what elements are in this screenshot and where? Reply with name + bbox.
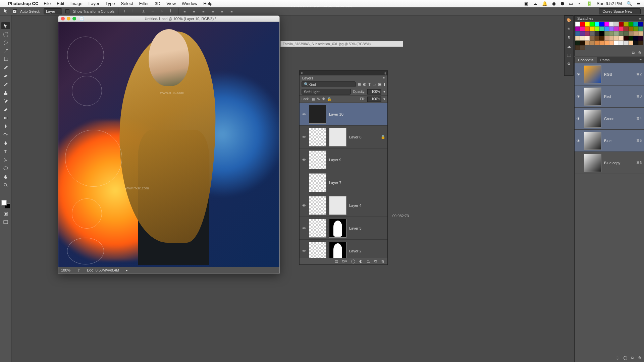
channel-thumbnail[interactable] xyxy=(584,110,601,128)
opacity-input[interactable] xyxy=(367,89,381,95)
auto-select-checkbox[interactable]: ✓ xyxy=(13,9,17,13)
screenmode-tool[interactable] xyxy=(1,219,10,226)
swatch[interactable] xyxy=(604,22,609,26)
swatch[interactable] xyxy=(619,26,624,31)
menu-help[interactable]: Help xyxy=(203,1,212,6)
distribute-3-icon[interactable]: ≡ xyxy=(201,8,207,14)
channel-thumbnail[interactable] xyxy=(584,87,601,106)
menu-edit[interactable]: Edit xyxy=(57,1,64,6)
crop-tool[interactable] xyxy=(1,56,10,63)
swatch[interactable] xyxy=(575,22,580,26)
zoom-tool[interactable] xyxy=(1,181,10,188)
swatch[interactable] xyxy=(590,31,594,36)
swatch[interactable] xyxy=(575,36,580,41)
path-select-tool[interactable] xyxy=(1,156,10,163)
dropbox-icon[interactable]: ⬢ xyxy=(560,1,564,6)
swatch[interactable] xyxy=(609,31,614,36)
swatch[interactable] xyxy=(585,31,590,36)
swatch[interactable] xyxy=(614,36,619,41)
menu-type[interactable]: Type xyxy=(105,1,115,6)
align-right-icon[interactable]: ⊢ xyxy=(169,8,175,14)
channel-row[interactable]: Blue copy ⌘6 xyxy=(575,152,644,174)
swatch[interactable] xyxy=(624,41,628,45)
display-icon[interactable]: ▭ xyxy=(569,1,573,6)
link-layers-icon[interactable]: ⛓ xyxy=(334,259,338,263)
layer-row[interactable]: 👁 Layer 3 xyxy=(300,217,387,240)
hamburger-icon[interactable]: ☰ xyxy=(637,1,641,6)
layer-name[interactable]: Layer 10 xyxy=(329,112,343,116)
edit-toolbar[interactable]: ⋯ xyxy=(1,190,10,197)
blend-mode-dropdown[interactable]: Soft Light xyxy=(302,89,351,95)
filter-toggle-icon[interactable]: ▮ xyxy=(383,82,385,86)
fill-input[interactable] xyxy=(367,97,381,102)
camtasia-icon[interactable]: ▣ xyxy=(524,1,528,6)
swatch[interactable] xyxy=(575,26,580,31)
panel-menu-icon[interactable]: ≡ xyxy=(383,76,385,80)
swatch[interactable] xyxy=(614,31,619,36)
visibility-icon[interactable]: 👁 xyxy=(302,158,306,162)
visibility-icon[interactable]: 👁 xyxy=(577,117,581,121)
dock-adjust-icon[interactable]: ☀ xyxy=(565,24,573,33)
swatch[interactable] xyxy=(575,31,580,36)
dock-libraries-icon[interactable]: ☁ xyxy=(565,42,573,51)
swatch[interactable] xyxy=(638,36,643,41)
align-top-icon[interactable]: ⊤ xyxy=(122,8,128,14)
pen-tool[interactable] xyxy=(1,139,10,146)
swatch[interactable] xyxy=(609,26,614,31)
layer-list[interactable]: 👁 Layer 10 👁 Layer 8 🔒👁 Layer 9 Layer 7 … xyxy=(300,103,387,258)
swatch[interactable] xyxy=(580,41,585,45)
wand-tool[interactable] xyxy=(1,47,10,54)
panel-collapse-icon[interactable]: ⟩⟩ xyxy=(383,71,386,75)
document-titlebar[interactable]: 📄 Untitled-1.psd @ 100% (Layer 10, RGB/8… xyxy=(58,16,279,22)
group-icon[interactable]: 🗀 xyxy=(367,259,370,263)
swatch[interactable] xyxy=(624,36,628,41)
swatch[interactable] xyxy=(590,22,594,26)
visibility-icon[interactable]: 👁 xyxy=(302,135,306,139)
shape-tool[interactable] xyxy=(1,165,10,172)
swatch[interactable] xyxy=(590,36,594,41)
channel-row[interactable]: 👁 RGB ⌘2 xyxy=(575,63,644,85)
opacity-scrub-icon[interactable]: ▾ xyxy=(383,89,385,94)
layer-name[interactable]: Layer 2 xyxy=(349,249,362,253)
blur-tool[interactable] xyxy=(1,123,10,130)
cc-icon[interactable]: ◉ xyxy=(552,1,556,6)
distribute-4-icon[interactable]: ≡ xyxy=(210,8,216,14)
fx-icon[interactable]: fx▾ xyxy=(342,259,347,263)
layer-thumbnail[interactable] xyxy=(309,173,326,192)
app-name[interactable]: Photoshop CC xyxy=(8,1,38,6)
visibility-icon[interactable]: 👁 xyxy=(577,95,581,99)
marquee-tool[interactable] xyxy=(1,31,10,38)
swatch[interactable] xyxy=(595,36,599,41)
swatch[interactable] xyxy=(590,26,594,31)
swatch[interactable] xyxy=(614,22,619,26)
menu-3d[interactable]: 3D xyxy=(155,1,161,6)
zoom-readout[interactable]: 100% xyxy=(61,268,70,272)
lock-pos-icon[interactable]: ✥ xyxy=(322,97,325,101)
swatch[interactable] xyxy=(633,41,638,45)
swatch-new-icon[interactable]: ⧉ xyxy=(632,51,635,56)
lock-pixel-icon[interactable]: ✎ xyxy=(317,97,320,101)
visibility-icon[interactable]: 👁 xyxy=(302,249,306,253)
swatch[interactable] xyxy=(580,36,585,41)
layer-row[interactable]: Layer 7 xyxy=(300,171,387,194)
save-selection-icon[interactable]: ◯ xyxy=(623,356,627,362)
swatch[interactable] xyxy=(585,22,590,26)
swatch[interactable] xyxy=(629,22,633,26)
layer-thumbnail[interactable] xyxy=(309,128,326,146)
quickmask-tool[interactable] xyxy=(1,210,10,217)
layer-thumbnail[interactable] xyxy=(309,105,326,124)
swatch[interactable] xyxy=(629,36,633,41)
swatch[interactable] xyxy=(633,31,638,36)
layer-thumbnail[interactable] xyxy=(309,242,326,258)
background-document-tab[interactable]: Fotolia_31839846_Subscription_XXL.jpg @ … xyxy=(280,41,403,47)
swatch[interactable] xyxy=(633,36,638,41)
layer-thumbnail[interactable] xyxy=(309,150,326,169)
swatch[interactable] xyxy=(580,31,585,36)
share-icon[interactable]: ⇪ xyxy=(77,268,80,273)
filter-adjust-icon[interactable]: ◐ xyxy=(363,82,366,86)
mask-thumbnail[interactable] xyxy=(329,219,346,238)
visibility-icon[interactable]: 👁 xyxy=(302,112,306,116)
layer-row[interactable]: 👁 Layer 8 🔒 xyxy=(300,126,387,148)
lock-all-icon[interactable]: 🔒 xyxy=(327,97,332,101)
channels-menu-icon[interactable]: ≡ xyxy=(638,57,644,63)
